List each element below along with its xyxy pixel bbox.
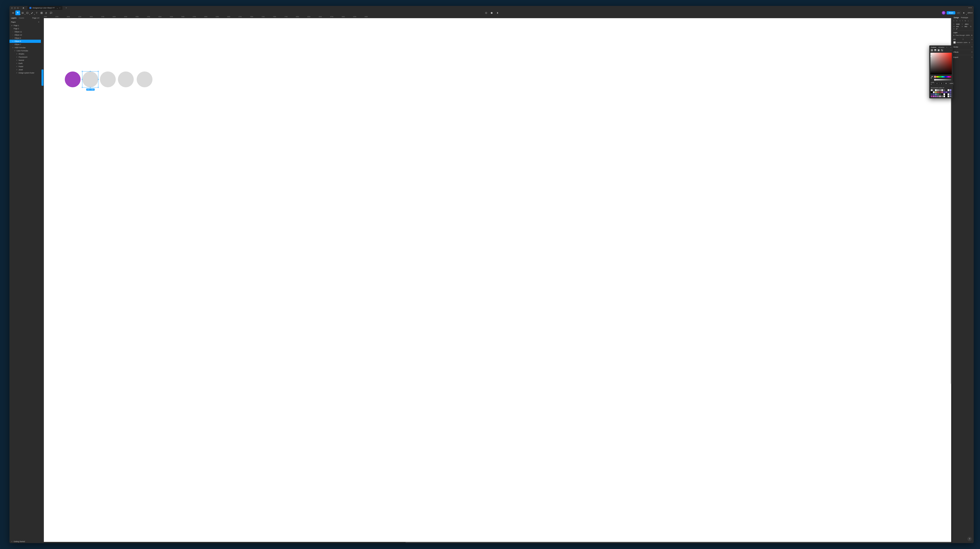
page-item[interactable]: Page 2 bbox=[10, 27, 41, 30]
alpha-slider[interactable] bbox=[934, 79, 951, 80]
selection-handle[interactable] bbox=[82, 71, 83, 72]
picker-tab-custom[interactable]: Custom bbox=[931, 46, 936, 48]
new-tab-button[interactable]: + bbox=[65, 6, 67, 9]
user-avatar[interactable]: M bbox=[942, 11, 945, 14]
color-swatch[interactable] bbox=[943, 95, 945, 97]
layer-item[interactable]: ○Ellipse 8 bbox=[10, 40, 41, 43]
rotation-input[interactable]: 0° bbox=[956, 28, 961, 30]
layer-item[interactable]: ○Ellipse 11 bbox=[10, 30, 41, 33]
tab-chevron-icon[interactable]: ⌄ bbox=[56, 7, 58, 9]
x-input[interactable]: 3040 bbox=[956, 23, 961, 25]
fill-swatch[interactable] bbox=[953, 41, 956, 44]
align-vcenter-button[interactable]: ⇅ bbox=[965, 20, 967, 22]
constrain-proportions-button[interactable]: ⇅ bbox=[970, 25, 972, 27]
align-bottom-button[interactable]: ⤓ bbox=[967, 20, 970, 22]
w-input[interactable]: 553 bbox=[956, 25, 961, 27]
resources-tool[interactable] bbox=[39, 11, 44, 15]
pen-tool[interactable]: ▾ bbox=[30, 11, 34, 15]
eyedropper-button[interactable] bbox=[931, 76, 933, 78]
y-input[interactable]: -3811 bbox=[965, 23, 970, 25]
page-selector[interactable]: Page 1▾ bbox=[32, 17, 39, 19]
align-left-button[interactable]: ⇤ bbox=[953, 20, 956, 22]
page-item[interactable]: ✓Page 1 bbox=[10, 24, 41, 27]
frame-tool[interactable]: ▾ bbox=[20, 11, 25, 15]
fill-styles-button[interactable]: ⠿ bbox=[963, 38, 964, 40]
color-swatch[interactable] bbox=[931, 94, 932, 95]
help-button[interactable]: ? bbox=[967, 537, 972, 541]
color-swatch[interactable] bbox=[931, 89, 932, 91]
color-swatch[interactable] bbox=[935, 94, 937, 95]
layer-item[interactable]: #Earth bbox=[10, 62, 41, 65]
ellipse-shape[interactable] bbox=[118, 72, 134, 87]
color-swatch[interactable] bbox=[948, 89, 950, 91]
h-input[interactable]: 553 bbox=[965, 25, 970, 27]
color-swatch[interactable] bbox=[937, 89, 939, 91]
hue-slider[interactable] bbox=[934, 76, 951, 77]
tab-design[interactable]: Design bbox=[954, 17, 959, 19]
layer-item[interactable]: #Fluorescent bbox=[10, 56, 41, 59]
layer-item[interactable]: #Shades bbox=[10, 53, 41, 56]
add-effect-button[interactable]: + bbox=[971, 51, 972, 53]
tab-close-button[interactable]: × bbox=[59, 7, 60, 9]
color-swatch[interactable] bbox=[945, 94, 947, 95]
color-swatch[interactable] bbox=[933, 94, 935, 95]
assets-tab[interactable]: Assets bbox=[19, 17, 24, 19]
color-swatch[interactable] bbox=[950, 89, 951, 91]
color-swatch[interactable] bbox=[935, 95, 937, 97]
color-swatch[interactable] bbox=[943, 94, 945, 95]
color-swatch[interactable] bbox=[933, 91, 935, 93]
fill-type-solid-button[interactable] bbox=[931, 49, 933, 51]
color-swatch[interactable] bbox=[950, 95, 951, 97]
color-swatch[interactable] bbox=[935, 89, 937, 91]
fill-type-radial-button[interactable] bbox=[937, 49, 940, 51]
selection-handle[interactable] bbox=[98, 87, 99, 88]
color-swatch[interactable] bbox=[943, 91, 945, 93]
selection-mid-handle[interactable] bbox=[90, 71, 91, 72]
layer-item[interactable]: #Color Formulas bbox=[10, 49, 41, 53]
color-model-select[interactable]: HSB ▾ bbox=[931, 81, 934, 85]
color-swatch[interactable] bbox=[948, 95, 950, 97]
move-tool[interactable]: ▾ bbox=[15, 11, 20, 15]
comment-tool[interactable] bbox=[49, 11, 53, 15]
selection-mid-handle[interactable] bbox=[82, 79, 83, 80]
layer-item[interactable]: #Neutral bbox=[10, 59, 41, 62]
selection-handle[interactable] bbox=[82, 87, 83, 88]
text-tool[interactable]: T bbox=[34, 11, 39, 15]
color-swatch[interactable] bbox=[939, 89, 941, 91]
color-swatch[interactable] bbox=[937, 95, 939, 97]
add-page-button[interactable]: + bbox=[38, 21, 39, 23]
tab-prototype[interactable]: Prototype bbox=[961, 17, 968, 19]
main-menu-button[interactable]: ▾ bbox=[11, 11, 15, 15]
align-right-button[interactable]: ⇥ bbox=[959, 20, 961, 22]
add-fill-button[interactable]: + bbox=[971, 38, 972, 40]
color-swatch[interactable] bbox=[941, 89, 943, 91]
blend-mode-normal-icon[interactable]: ○ bbox=[950, 49, 951, 51]
dev-mode-button[interactable]: </> bbox=[956, 11, 961, 15]
hsb-b-input[interactable] bbox=[944, 82, 948, 85]
layer-item[interactable]: ○Ellipse 10 bbox=[10, 33, 41, 37]
layer-item[interactable]: ○Ellipse 9 bbox=[10, 37, 41, 40]
color-swatch[interactable] bbox=[933, 89, 935, 91]
add-export-button[interactable]: + bbox=[971, 56, 972, 58]
selection-handle[interactable] bbox=[98, 71, 99, 72]
blend-mode-icon[interactable]: ◐ bbox=[953, 34, 955, 36]
align-hcenter-button[interactable]: ⇹ bbox=[956, 20, 958, 22]
color-swatch[interactable] bbox=[945, 89, 947, 91]
home-button[interactable] bbox=[22, 6, 25, 10]
layer-item[interactable]: #Design system footer bbox=[10, 71, 41, 75]
window-zoom-icon[interactable] bbox=[17, 7, 19, 9]
color-swatch[interactable] bbox=[933, 95, 935, 97]
ellipse-shape[interactable] bbox=[137, 72, 153, 87]
fill-visibility-button[interactable]: ◉ bbox=[969, 42, 970, 43]
hand-tool[interactable] bbox=[44, 11, 49, 15]
hsb-s-input[interactable] bbox=[940, 82, 943, 85]
ellipse-shape[interactable] bbox=[65, 72, 81, 87]
layer-item[interactable]: #Jewel bbox=[10, 68, 41, 71]
color-swatch[interactable] bbox=[931, 95, 932, 97]
align-top-button[interactable]: ⤒ bbox=[962, 20, 964, 22]
canvas[interactable]: 2050225030403200359337004050425045004700… bbox=[41, 16, 952, 543]
color-swatch[interactable] bbox=[941, 94, 943, 95]
component-create-button[interactable] bbox=[484, 11, 488, 15]
color-swatch[interactable] bbox=[939, 95, 941, 97]
fill-type-image-button[interactable] bbox=[941, 49, 943, 51]
